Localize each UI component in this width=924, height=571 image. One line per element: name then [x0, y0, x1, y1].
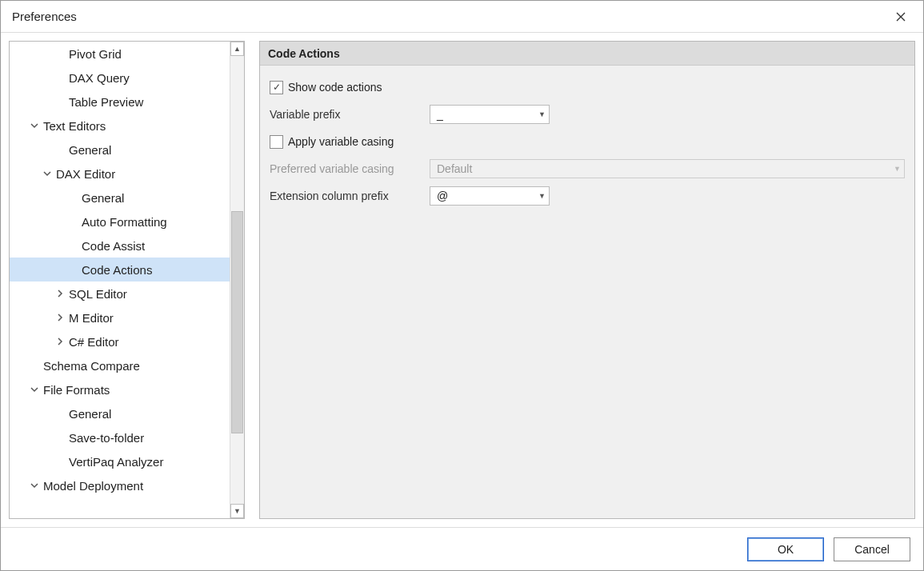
chevron-down-icon: ▼ [538, 110, 546, 118]
cancel-button[interactable]: Cancel [834, 537, 910, 561]
tree-item[interactable]: General [10, 401, 230, 425]
tree-item[interactable]: Code Assist [10, 234, 230, 258]
checkbox-icon [270, 135, 283, 149]
tree-item[interactable]: SQL Editor [10, 282, 230, 305]
tree-item-label: DAX Query [69, 71, 130, 85]
tree-item-label: VertiPaq Analyzer [69, 455, 163, 469]
tree-item-label: Pivot Grid [69, 47, 122, 61]
show-code-actions-label: Show code actions [288, 81, 382, 94]
tree-item[interactable]: File Formats [10, 377, 230, 401]
chevron-down-icon: ▼ [538, 192, 546, 200]
tree-item-label: C# Editor [69, 335, 119, 349]
nav-tree[interactable]: Pivot GridDAX QueryTable PreviewText Edi… [10, 42, 230, 518]
tree-item[interactable]: Table Preview [10, 90, 230, 114]
expander-open-icon[interactable] [29, 481, 40, 489]
row-apply-variable-casing: Apply variable casing [270, 128, 905, 155]
preferred-variable-casing-combo: Default ▼ [430, 159, 905, 178]
expander-closed-icon[interactable] [54, 289, 66, 297]
tree-item[interactable]: General [10, 186, 230, 210]
tree-item-label: SQL Editor [69, 287, 127, 301]
apply-variable-casing-checkbox[interactable]: Apply variable casing [270, 135, 394, 149]
row-variable-prefix: Variable prefix _ ▼ [270, 101, 905, 128]
preferred-variable-casing-value: Default [437, 162, 472, 175]
variable-prefix-value: _ [437, 108, 443, 121]
tree-item-label: Schema Compare [43, 359, 140, 373]
tree-item[interactable]: DAX Editor [10, 162, 230, 186]
scroll-up-button[interactable]: ▲ [230, 42, 244, 56]
tree-item-label: Auto Formatting [82, 215, 167, 229]
extension-column-prefix-label: Extension column prefix [270, 190, 430, 202]
expander-open-icon[interactable] [29, 385, 40, 393]
content-title: Code Actions [260, 42, 914, 66]
row-show-code-actions: Show code actions [270, 74, 905, 101]
scroll-down-button[interactable]: ▼ [230, 504, 244, 518]
tree-item[interactable]: Pivot Grid [10, 42, 230, 66]
tree-item-label: General [69, 143, 111, 157]
tree-item-label: Code Actions [82, 263, 152, 277]
tree-item[interactable]: M Editor [10, 305, 230, 329]
chevron-down-icon: ▼ [894, 165, 901, 173]
scroll-track[interactable] [230, 56, 244, 504]
scroll-thumb[interactable] [231, 211, 243, 433]
variable-prefix-combo[interactable]: _ ▼ [430, 105, 550, 124]
tree-item-label: DAX Editor [56, 167, 115, 181]
tree-item-label: File Formats [43, 383, 110, 397]
content-panel: Code Actions Show code actions Variable … [259, 41, 915, 519]
tree-item[interactable]: Schema Compare [10, 353, 230, 377]
expander-open-icon[interactable] [42, 170, 53, 178]
close-icon [896, 12, 906, 22]
row-preferred-variable-casing: Preferred variable casing Default ▼ [270, 155, 905, 182]
tree-item[interactable]: Code Actions [10, 258, 230, 282]
tree-item-label: Model Deployment [43, 479, 143, 493]
close-button[interactable] [885, 4, 917, 30]
show-code-actions-checkbox[interactable]: Show code actions [270, 81, 382, 94]
tree-item[interactable]: DAX Query [10, 66, 230, 90]
tree-item[interactable]: Save-to-folder [10, 425, 230, 449]
checkbox-icon [270, 81, 283, 94]
expander-open-icon[interactable] [29, 122, 40, 130]
tree-item[interactable]: Text Editors [10, 114, 230, 138]
tree-item[interactable]: General [10, 138, 230, 162]
tree-item-label: Code Assist [82, 239, 145, 253]
preferences-dialog: Preferences Pivot GridDAX QueryTable Pre… [0, 0, 924, 571]
dialog-footer: OK Cancel [1, 527, 923, 570]
tree-item-label: Text Editors [43, 119, 106, 133]
extension-column-prefix-value: @ [437, 190, 448, 202]
preferred-variable-casing-label: Preferred variable casing [270, 162, 430, 175]
tree-scrollbar[interactable]: ▲ ▼ [230, 42, 244, 518]
tree-item-label: Table Preview [69, 95, 143, 109]
dialog-body: Pivot GridDAX QueryTable PreviewText Edi… [1, 33, 923, 527]
tree-item[interactable]: VertiPaq Analyzer [10, 449, 230, 473]
ok-button[interactable]: OK [747, 537, 824, 561]
apply-variable-casing-label: Apply variable casing [288, 135, 394, 148]
tree-item-label: General [82, 191, 124, 205]
expander-closed-icon[interactable] [54, 313, 66, 321]
tree-item[interactable]: Model Deployment [10, 473, 230, 497]
nav-tree-panel: Pivot GridDAX QueryTable PreviewText Edi… [9, 41, 245, 519]
titlebar: Preferences [1, 1, 923, 33]
content-body: Show code actions Variable prefix _ ▼ [260, 66, 914, 218]
variable-prefix-label: Variable prefix [270, 108, 430, 121]
tree-item-label: Save-to-folder [69, 431, 144, 445]
tree-item[interactable]: C# Editor [10, 329, 230, 353]
extension-column-prefix-combo[interactable]: @ ▼ [430, 186, 550, 206]
tree-item[interactable]: Auto Formatting [10, 210, 230, 234]
window-title: Preferences [12, 10, 885, 23]
tree-item-label: General [69, 407, 111, 421]
expander-closed-icon[interactable] [54, 337, 66, 345]
row-extension-column-prefix: Extension column prefix @ ▼ [270, 182, 905, 210]
tree-item-label: M Editor [69, 311, 114, 325]
